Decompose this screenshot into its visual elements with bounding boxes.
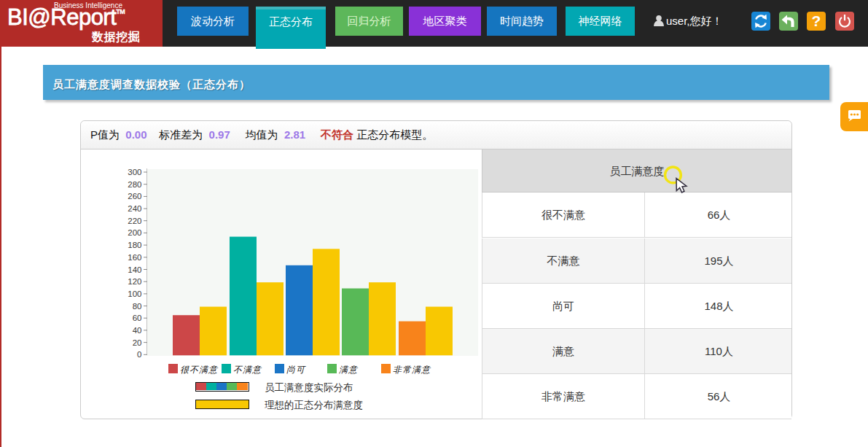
- svg-text:180: 180: [128, 241, 141, 249]
- svg-text:40: 40: [133, 326, 142, 335]
- svg-text:140: 140: [128, 265, 141, 274]
- svg-text:220: 220: [128, 217, 141, 225]
- svg-text:200: 200: [128, 228, 141, 237]
- svg-text:60: 60: [133, 314, 142, 322]
- svg-text:100: 100: [128, 289, 141, 298]
- svg-text:300: 300: [128, 168, 141, 176]
- svg-text:20: 20: [133, 338, 142, 347]
- svg-text:0: 0: [137, 350, 141, 359]
- svg-text:120: 120: [128, 277, 141, 286]
- svg-text:80: 80: [133, 302, 142, 311]
- svg-text:240: 240: [128, 204, 141, 213]
- svg-text:260: 260: [128, 192, 141, 201]
- svg-text:280: 280: [128, 180, 141, 189]
- svg-text:160: 160: [128, 253, 141, 262]
